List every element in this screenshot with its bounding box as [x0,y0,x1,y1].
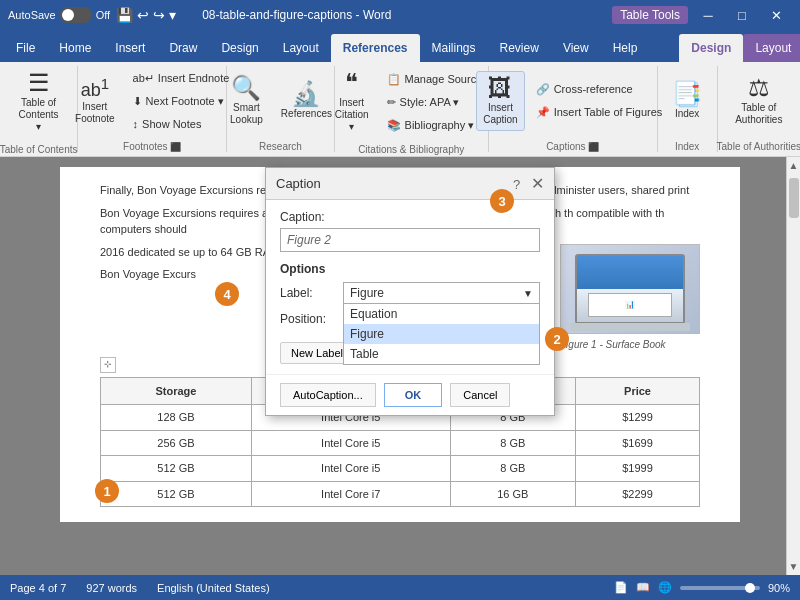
title-bar: AutoSave Off 💾 ↩ ↪ ▾ 08-table-and-figure… [0,0,800,30]
tab-layout[interactable]: Layout [271,34,331,62]
cancel-button[interactable]: Cancel [450,383,510,407]
group-label-index: Index [675,139,699,152]
smart-lookup-button[interactable]: 🔍 SmartLookup [223,71,270,131]
redo-button[interactable]: ↪ [153,7,165,23]
cross-reference-button[interactable]: 🔗 Cross-reference [529,79,670,100]
badge-1: 1 [95,479,119,503]
table-of-contents-button[interactable]: ☰ Table ofContents ▾ [8,66,69,138]
insert-footnote-button[interactable]: ab1 InsertFootnote [68,71,121,130]
autosave-state: Off [96,9,110,21]
ribbon-group-citations: ❝ InsertCitation ▾ 📋 Manage Sources ✏ St… [335,66,489,152]
researcher-icon: 🔬 [291,82,321,106]
tab-review[interactable]: Review [488,34,551,62]
label-dropdown[interactable]: Figure ▼ [343,282,540,304]
insert-table-of-figures-button[interactable]: 📌 Insert Table of Figures [529,102,670,123]
endnote-icon: ab↵ [133,72,154,85]
ribbon-group-toc: ☰ Table ofContents ▾ Table of Contents [0,66,78,152]
table-of-authorities-button[interactable]: ⚖ Table ofAuthorities [728,71,789,131]
label-dropdown-value: Figure [350,286,384,300]
group-label-captions: Captions ⬛ [546,139,599,152]
dropdown-item-table[interactable]: Table [344,344,539,364]
page-info: Page 4 of 7 [10,582,66,594]
context-title: Table Tools [612,6,688,24]
close-button[interactable]: ✕ [760,4,792,26]
tab-mailings[interactable]: Mailings [420,34,488,62]
cross-ref-icon: 🔗 [536,83,550,96]
index-button[interactable]: 📑 Index [665,77,709,125]
label-field-label: Label: [280,286,335,300]
ribbon-group-authorities: ⚖ Table ofAuthorities Table of Authoriti… [718,66,800,152]
style-icon: ✏ [387,96,396,109]
next-footnote-button[interactable]: ⬇ Next Footnote ▾ [126,91,237,112]
citation-icon: ❝ [345,71,358,95]
save-button[interactable]: 💾 [116,7,133,23]
dropdown-arrow-icon: ▼ [523,288,533,299]
badge-4: 4 [215,282,239,306]
tab-context-layout[interactable]: Layout [743,34,800,62]
tab-references[interactable]: References [331,34,420,62]
badge-2: 2 [545,327,569,351]
toc-icon: ☰ [28,71,50,95]
view-web-icon[interactable]: 🌐 [658,581,672,594]
group-label-toc: Table of Contents [0,142,77,155]
footnote-icon: ab1 [81,76,109,99]
zoom-slider[interactable] [680,586,760,590]
document-area: Finally, Bon Voyage Excursions requires … [0,157,800,575]
caption-icon: 🖼 [488,76,512,100]
ribbon-group-research: 🔍 SmartLookup 🔬 References Research [227,66,334,152]
ribbon-group-index: 📑 Index Index [658,66,718,152]
document-title: 08-table-and-figure-captions - Word [202,8,391,22]
authorities-icon: ⚖ [748,76,770,100]
caption-input[interactable] [280,228,540,252]
ok-button[interactable]: OK [384,383,443,407]
badge-3: 3 [490,189,514,213]
status-bar: Page 4 of 7 927 words English (United St… [0,575,800,600]
group-label-authorities: Table of Authorities [717,139,800,152]
undo-button[interactable]: ↩ [137,7,149,23]
tab-draw[interactable]: Draw [157,34,209,62]
minimize-button[interactable]: ─ [692,4,724,26]
dialog-help-button[interactable]: ? [513,177,520,192]
group-label-footnotes: Footnotes ⬛ [123,139,181,152]
insert-citation-button[interactable]: ❝ InsertCitation ▾ [328,66,376,138]
label-dropdown-container: Figure ▼ Equation Figure Table [343,282,540,304]
group-label-citations: Citations & Bibliography [358,142,464,155]
dialog-overlay: Caption ? ✕ Caption: Options Label: [0,157,800,575]
tab-help[interactable]: Help [601,34,650,62]
show-notes-button[interactable]: ↕ Show Notes [126,114,237,134]
word-count: 927 words [86,582,137,594]
ribbon-group-captions: 🖼 InsertCaption 🔗 Cross-reference 📌 Inse… [489,66,658,152]
dropdown-item-equation[interactable]: Equation [344,304,539,324]
index-icon: 📑 [672,82,702,106]
group-label-research: Research [259,139,302,152]
dropdown-item-figure[interactable]: Figure [344,324,539,344]
view-read-icon[interactable]: 📖 [636,581,650,594]
tab-view[interactable]: View [551,34,601,62]
language: English (United States) [157,582,270,594]
insert-caption-button[interactable]: 🖼 InsertCaption [476,71,524,131]
tab-home[interactable]: Home [47,34,103,62]
dialog-close-button[interactable]: ✕ [531,175,544,192]
table-of-figures-icon: 📌 [536,106,550,119]
insert-endnote-button[interactable]: ab↵ Insert Endnote [126,68,237,89]
options-section-title: Options [280,262,540,276]
autocaption-button[interactable]: AutoCaption... [280,383,376,407]
tab-design[interactable]: Design [209,34,270,62]
customize-qat-button[interactable]: ▾ [169,7,176,23]
tab-context-design[interactable]: Design [679,34,743,62]
tab-file[interactable]: File [4,34,47,62]
ribbon: ☰ Table ofContents ▾ Table of Contents a… [0,62,800,157]
view-normal-icon[interactable]: 📄 [614,581,628,594]
autosave-toggle[interactable] [60,7,92,23]
show-notes-icon: ↕ [133,118,139,130]
smart-lookup-icon: 🔍 [231,76,261,100]
label-dropdown-list: Equation Figure Table [343,304,540,365]
maximize-button[interactable]: □ [726,4,758,26]
autosave-label: AutoSave [8,9,56,21]
ribbon-group-footnotes: ab1 InsertFootnote ab↵ Insert Endnote ⬇ … [78,66,227,152]
tab-insert[interactable]: Insert [103,34,157,62]
zoom-level[interactable]: 90% [768,582,790,594]
zoom-thumb[interactable] [745,583,755,593]
researcher-label: References [281,108,331,120]
next-footnote-icon: ⬇ [133,95,142,108]
